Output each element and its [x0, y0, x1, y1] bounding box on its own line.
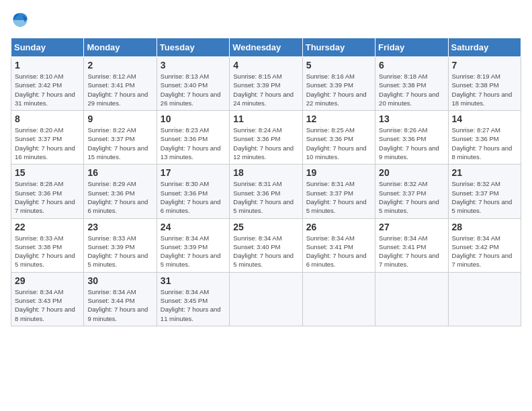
calendar-table: SundayMondayTuesdayWednesdayThursdayFrid… [11, 38, 521, 326]
calendar-cell: 11 Sunrise: 8:24 AMSunset: 3:36 PMDaylig… [230, 111, 302, 165]
calendar-cell: 21 Sunrise: 8:32 AMSunset: 3:37 PMDaylig… [448, 165, 521, 218]
calendar-cell: 14 Sunrise: 8:27 AMSunset: 3:36 PMDaylig… [448, 111, 521, 165]
calendar-week-row: 1 Sunrise: 8:10 AMSunset: 3:42 PMDayligh… [11, 57, 521, 111]
calendar-cell: 22 Sunrise: 8:33 AMSunset: 3:38 PMDaylig… [11, 218, 84, 272]
header-monday: Monday [84, 38, 157, 57]
day-number: 14 [452, 113, 517, 124]
day-detail: Sunrise: 8:15 AMSunset: 3:39 PMDaylight:… [233, 73, 294, 107]
day-number: 25 [233, 222, 298, 232]
day-number: 23 [87, 222, 152, 232]
day-number: 10 [161, 113, 226, 124]
header-saturday: Saturday [448, 38, 521, 57]
day-number: 27 [379, 222, 444, 232]
calendar-cell: 13 Sunrise: 8:26 AMSunset: 3:36 PMDaylig… [375, 111, 448, 165]
day-number: 31 [161, 275, 226, 286]
calendar-week-row: 29 Sunrise: 8:34 AMSunset: 3:43 PMDaylig… [11, 272, 521, 326]
day-detail: Sunrise: 8:34 AMSunset: 3:39 PMDaylight:… [161, 234, 221, 269]
day-detail: Sunrise: 8:19 AMSunset: 3:38 PMDaylight:… [452, 73, 513, 107]
day-detail: Sunrise: 8:31 AMSunset: 3:36 PMDaylight:… [233, 180, 294, 214]
header-friday: Friday [375, 38, 448, 57]
day-number: 5 [306, 60, 371, 71]
day-number: 1 [15, 60, 80, 71]
day-number: 9 [87, 113, 152, 124]
day-detail: Sunrise: 8:31 AMSunset: 3:37 PMDaylight:… [306, 180, 367, 214]
calendar-header-row: SundayMondayTuesdayWednesdayThursdayFrid… [11, 38, 521, 57]
day-detail: Sunrise: 8:30 AMSunset: 3:36 PMDaylight:… [161, 180, 221, 214]
day-number: 17 [161, 167, 226, 178]
day-detail: Sunrise: 8:34 AMSunset: 3:41 PMDaylight:… [379, 234, 439, 269]
day-detail: Sunrise: 8:24 AMSunset: 3:36 PMDaylight:… [233, 126, 294, 161]
day-detail: Sunrise: 8:33 AMSunset: 3:38 PMDaylight:… [15, 234, 75, 269]
calendar-cell: 12 Sunrise: 8:25 AMSunset: 3:36 PMDaylig… [302, 111, 375, 165]
calendar-cell: 10 Sunrise: 8:23 AMSunset: 3:36 PMDaylig… [157, 111, 229, 165]
day-detail: Sunrise: 8:13 AMSunset: 3:40 PMDaylight:… [161, 73, 221, 107]
calendar-cell: 30 Sunrise: 8:34 AMSunset: 3:44 PMDaylig… [84, 272, 157, 326]
calendar-cell: 20 Sunrise: 8:32 AMSunset: 3:37 PMDaylig… [375, 165, 448, 218]
calendar-cell: 15 Sunrise: 8:28 AMSunset: 3:36 PMDaylig… [11, 165, 84, 218]
day-detail: Sunrise: 8:34 AMSunset: 3:40 PMDaylight:… [233, 234, 294, 269]
day-detail: Sunrise: 8:10 AMSunset: 3:42 PMDaylight:… [15, 73, 75, 107]
day-detail: Sunrise: 8:34 AMSunset: 3:42 PMDaylight:… [452, 234, 513, 269]
calendar-week-row: 15 Sunrise: 8:28 AMSunset: 3:36 PMDaylig… [11, 165, 521, 218]
logo [11, 11, 32, 30]
calendar-cell: 6 Sunrise: 8:18 AMSunset: 3:38 PMDayligh… [375, 57, 448, 111]
calendar-cell: 24 Sunrise: 8:34 AMSunset: 3:39 PMDaylig… [157, 218, 229, 272]
calendar-cell: 27 Sunrise: 8:34 AMSunset: 3:41 PMDaylig… [375, 218, 448, 272]
day-detail: Sunrise: 8:16 AMSunset: 3:39 PMDaylight:… [306, 73, 367, 107]
calendar-cell: 16 Sunrise: 8:29 AMSunset: 3:36 PMDaylig… [84, 165, 157, 218]
calendar-cell: 23 Sunrise: 8:33 AMSunset: 3:39 PMDaylig… [84, 218, 157, 272]
day-number: 12 [306, 113, 371, 124]
day-number: 19 [306, 167, 371, 178]
day-number: 13 [379, 113, 444, 124]
day-detail: Sunrise: 8:25 AMSunset: 3:36 PMDaylight:… [306, 126, 367, 161]
calendar-cell: 2 Sunrise: 8:12 AMSunset: 3:41 PMDayligh… [84, 57, 157, 111]
day-number: 3 [161, 60, 226, 71]
calendar-cell [230, 272, 302, 326]
day-number: 11 [233, 113, 298, 124]
day-number: 7 [452, 60, 517, 71]
day-detail: Sunrise: 8:23 AMSunset: 3:36 PMDaylight:… [161, 126, 221, 161]
day-number: 20 [379, 167, 444, 178]
calendar-week-row: 8 Sunrise: 8:20 AMSunset: 3:37 PMDayligh… [11, 111, 521, 165]
calendar-cell: 9 Sunrise: 8:22 AMSunset: 3:37 PMDayligh… [84, 111, 157, 165]
day-number: 6 [379, 60, 444, 71]
day-detail: Sunrise: 8:34 AMSunset: 3:45 PMDaylight:… [161, 288, 221, 322]
day-detail: Sunrise: 8:34 AMSunset: 3:43 PMDaylight:… [15, 288, 75, 322]
day-detail: Sunrise: 8:32 AMSunset: 3:37 PMDaylight:… [452, 180, 513, 214]
day-number: 18 [233, 167, 298, 178]
header-tuesday: Tuesday [157, 38, 229, 57]
day-number: 29 [15, 275, 80, 286]
day-detail: Sunrise: 8:34 AMSunset: 3:41 PMDaylight:… [306, 234, 367, 269]
calendar-cell: 8 Sunrise: 8:20 AMSunset: 3:37 PMDayligh… [11, 111, 84, 165]
calendar-cell: 17 Sunrise: 8:30 AMSunset: 3:36 PMDaylig… [157, 165, 229, 218]
day-detail: Sunrise: 8:29 AMSunset: 3:36 PMDaylight:… [87, 180, 148, 214]
calendar-cell: 7 Sunrise: 8:19 AMSunset: 3:38 PMDayligh… [448, 57, 521, 111]
day-number: 15 [15, 167, 80, 178]
day-number: 26 [306, 222, 371, 232]
calendar-cell: 1 Sunrise: 8:10 AMSunset: 3:42 PMDayligh… [11, 57, 84, 111]
calendar-cell [448, 272, 521, 326]
day-detail: Sunrise: 8:20 AMSunset: 3:37 PMDaylight:… [15, 126, 75, 161]
day-detail: Sunrise: 8:34 AMSunset: 3:44 PMDaylight:… [87, 288, 148, 322]
calendar-cell: 5 Sunrise: 8:16 AMSunset: 3:39 PMDayligh… [302, 57, 375, 111]
calendar-cell: 4 Sunrise: 8:15 AMSunset: 3:39 PMDayligh… [230, 57, 302, 111]
day-number: 24 [161, 222, 226, 232]
day-detail: Sunrise: 8:18 AMSunset: 3:38 PMDaylight:… [379, 73, 439, 107]
calendar-cell: 19 Sunrise: 8:31 AMSunset: 3:37 PMDaylig… [302, 165, 375, 218]
header-sunday: Sunday [11, 38, 84, 57]
page-header [11, 11, 521, 30]
header-thursday: Thursday [302, 38, 375, 57]
day-detail: Sunrise: 8:33 AMSunset: 3:39 PMDaylight:… [87, 234, 148, 269]
day-detail: Sunrise: 8:28 AMSunset: 3:36 PMDaylight:… [15, 180, 75, 214]
calendar-cell: 25 Sunrise: 8:34 AMSunset: 3:40 PMDaylig… [230, 218, 302, 272]
calendar-cell [375, 272, 448, 326]
day-detail: Sunrise: 8:32 AMSunset: 3:37 PMDaylight:… [379, 180, 439, 214]
day-number: 8 [15, 113, 80, 124]
day-number: 30 [87, 275, 152, 286]
calendar-cell: 26 Sunrise: 8:34 AMSunset: 3:41 PMDaylig… [302, 218, 375, 272]
calendar-cell: 31 Sunrise: 8:34 AMSunset: 3:45 PMDaylig… [157, 272, 229, 326]
day-detail: Sunrise: 8:26 AMSunset: 3:36 PMDaylight:… [379, 126, 439, 161]
calendar-cell [302, 272, 375, 326]
day-number: 22 [15, 222, 80, 232]
day-detail: Sunrise: 8:22 AMSunset: 3:37 PMDaylight:… [87, 126, 148, 161]
